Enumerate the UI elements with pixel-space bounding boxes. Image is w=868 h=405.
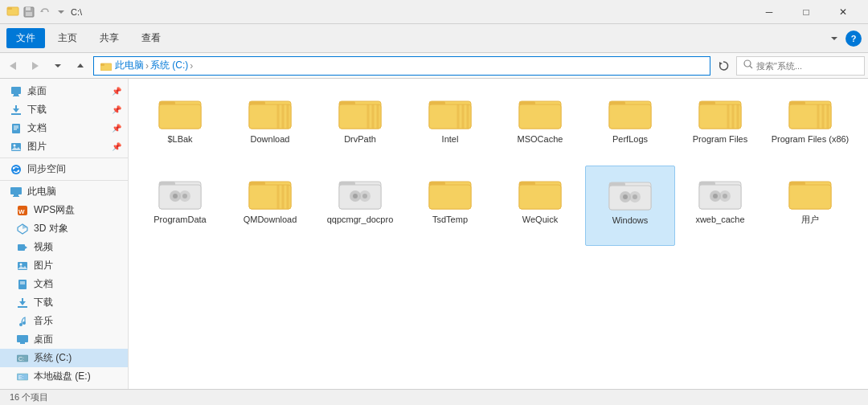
sidebar-item-desk2[interactable]: 桌面 xyxy=(0,330,128,349)
svg-rect-79 xyxy=(429,104,471,129)
pc-icon xyxy=(10,186,23,198)
svg-rect-67 xyxy=(249,104,291,129)
folder-item[interactable]: Intel xyxy=(405,85,495,166)
close-button[interactable]: ✕ xyxy=(825,0,862,24)
folder-label: Program Files (x86) xyxy=(772,133,850,145)
sidebar-label: WPS网盘 xyxy=(34,203,75,217)
sidebar-item-video[interactable]: 视频 xyxy=(0,238,128,256)
folder-item[interactable]: $LBak xyxy=(135,85,225,166)
sidebar-item-desktop[interactable]: 桌面 📌 xyxy=(0,82,128,100)
sidebar-label: 文档 xyxy=(27,121,47,135)
search-icon xyxy=(743,59,753,72)
recent-button[interactable] xyxy=(48,56,68,76)
folder-icon xyxy=(518,172,563,211)
folder-item[interactable]: QMDownload xyxy=(225,166,315,246)
breadcrumb: 此电脑 › 系统 (C:) › xyxy=(115,59,193,72)
svg-rect-34 xyxy=(14,194,18,196)
folder-item[interactable]: xweb_cache xyxy=(675,166,765,246)
folder-icon xyxy=(788,172,833,211)
folder-label: qqpcmgr_docpro xyxy=(327,214,394,225)
breadcrumb-sep: › xyxy=(145,60,149,72)
svg-marker-10 xyxy=(55,64,61,68)
ribbon-help-button[interactable]: ? xyxy=(845,31,862,47)
sidebar-item-net[interactable]: 网络 xyxy=(0,386,128,389)
folder-item[interactable]: PerfLogs xyxy=(585,85,675,166)
folder-item[interactable]: qqpcmgr_docpro xyxy=(315,166,405,246)
svg-rect-45 xyxy=(18,280,27,289)
folder-icon xyxy=(608,92,653,130)
sidebar-item-dl2[interactable]: 下载 xyxy=(0,293,128,312)
sidebar-item-music[interactable]: 音乐 xyxy=(0,312,128,330)
sidebar-item-local[interactable]: E: 本地磁盘 (E:) xyxy=(0,367,128,386)
breadcrumb-drive[interactable]: 系统 (C:) xyxy=(150,59,188,72)
folder-icon xyxy=(788,92,833,130)
svg-rect-4 xyxy=(26,12,32,16)
folder-label: DrvPath xyxy=(344,133,376,145)
folder-item[interactable]: DrvPath xyxy=(315,85,405,166)
svg-rect-3 xyxy=(26,7,31,10)
breadcrumb-arrow: › xyxy=(190,60,193,72)
folder-label: QMDownload xyxy=(244,214,297,225)
ribbon-expand-button[interactable] xyxy=(826,31,842,47)
folder-item[interactable]: Windows xyxy=(585,166,675,246)
back-button[interactable] xyxy=(3,56,23,76)
folder-item[interactable]: ProgramData xyxy=(135,166,225,246)
up-button[interactable] xyxy=(71,56,90,76)
search-input[interactable] xyxy=(756,61,858,71)
sidebar-label: 同步空间 xyxy=(27,162,66,176)
svg-rect-97 xyxy=(789,104,831,129)
svg-point-30 xyxy=(11,165,21,174)
folder-label: Intel xyxy=(442,133,459,145)
svg-rect-1 xyxy=(7,7,12,10)
ribbon-tab-share[interactable]: 共享 xyxy=(90,28,129,48)
music-icon xyxy=(16,315,29,328)
folder-icon xyxy=(428,92,473,130)
folder-item[interactable]: Program Files xyxy=(675,85,765,166)
folder-label: $LBak xyxy=(167,133,192,145)
sidebar-label: 音乐 xyxy=(34,314,53,328)
svg-point-52 xyxy=(23,321,26,325)
sidebar-item-pics2[interactable]: 图片 xyxy=(0,256,128,275)
pin-icon: 📌 xyxy=(112,87,121,96)
sidebar-item-wps[interactable]: W WPS网盘 xyxy=(0,201,128,219)
sidebar-item-download[interactable]: 下载 📌 xyxy=(0,100,128,119)
folder-grid: $LBak Download xyxy=(135,85,862,246)
folder-item[interactable]: Program Files (x86) xyxy=(765,85,855,166)
sidebar-label: 桌面 xyxy=(34,333,53,346)
svg-rect-22 xyxy=(11,113,21,115)
download-icon xyxy=(10,104,23,117)
sidebar-item-pics[interactable]: 图片 📌 xyxy=(0,137,128,156)
search-box[interactable] xyxy=(736,56,865,76)
svg-rect-50 xyxy=(18,306,27,308)
address-box[interactable]: 此电脑 › 系统 (C:) › xyxy=(93,56,710,76)
svg-text:C:: C: xyxy=(18,356,24,362)
ribbon-tab-home[interactable]: 主页 xyxy=(48,28,87,48)
breadcrumb-pc[interactable]: 此电脑 xyxy=(115,59,144,72)
folder-item[interactable]: TsdTemp xyxy=(405,166,495,246)
dropdown-icon[interactable] xyxy=(55,6,68,18)
sidebar-item-docs[interactable]: 文档 📌 xyxy=(0,119,128,137)
sidebar-item-sync[interactable]: 同步空间 xyxy=(0,160,128,178)
folder-icon xyxy=(158,92,203,130)
folder-item[interactable]: 用户 xyxy=(765,166,855,246)
ribbon-tab-file[interactable]: 文件 xyxy=(6,28,45,48)
folder-item[interactable]: Download xyxy=(225,85,315,166)
sidebar-item-docs2[interactable]: 文档 xyxy=(0,275,128,293)
folder-item[interactable]: MSOCache xyxy=(495,85,585,166)
sidebar-item-sys[interactable]: C: 系统 (C:) xyxy=(0,349,128,367)
desk2-icon xyxy=(16,333,29,346)
maximize-button[interactable]: □ xyxy=(788,0,825,24)
folder-label: ProgramData xyxy=(154,214,206,225)
folder-item[interactable]: WeQuick xyxy=(495,166,585,246)
folder-icon xyxy=(428,172,473,211)
svg-point-51 xyxy=(19,323,23,326)
minimize-button[interactable]: ─ xyxy=(751,0,788,24)
forward-button[interactable] xyxy=(26,56,45,76)
refresh-button[interactable] xyxy=(714,56,733,76)
ribbon-tab-view[interactable]: 查看 xyxy=(132,28,170,48)
pin-icon: 📌 xyxy=(112,105,121,114)
titlebar-icons xyxy=(6,6,68,18)
net-icon xyxy=(10,389,23,390)
sidebar-item-thispc[interactable]: 此电脑 xyxy=(0,182,128,201)
sidebar-item-3d[interactable]: 3D 对象 xyxy=(0,219,128,238)
